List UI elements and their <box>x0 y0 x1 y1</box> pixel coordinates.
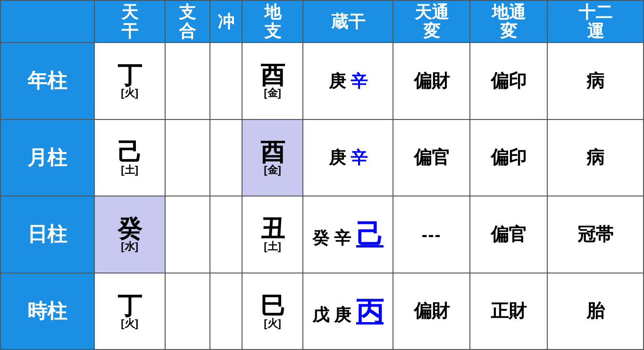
row-label-jizhu: 時柱 <box>0 273 94 350</box>
shier-jizhu: 胎 <box>547 273 644 350</box>
header-ttb: 天通 変 <box>393 0 470 43</box>
row-nenzhu: 年柱 丁 [火] 酉 [金] 庚 辛 偏財 偏印 病 <box>0 43 644 119</box>
zhihe-nichizhu <box>165 196 210 273</box>
canggan-nichizhu: 癸 辛 己 <box>303 196 393 273</box>
tiangan-nichizhu: 癸 [水] <box>94 196 165 273</box>
header-canggan: 蔵干 <box>303 0 393 43</box>
tiangan-jizhu: 丁 [火] <box>94 273 165 350</box>
row-nichizhu: 日柱 癸 [水] 丑 [土] 癸 辛 己 --- 偏官 <box>0 196 644 273</box>
ttb-nenzhu: 偏財 <box>393 43 470 119</box>
header-row: 天 干 支 合 冲 地 支 蔵干 天通 変 地通 <box>0 0 644 43</box>
shier-nichizhu: 冠帯 <box>547 196 644 273</box>
canggan-nenzhu: 庚 辛 <box>303 43 393 119</box>
row-label-nenzhu: 年柱 <box>0 43 94 119</box>
chong-nenzhu <box>210 43 242 119</box>
row-jizhu: 時柱 丁 [火] 巳 [火] 戊 庚 丙 偏財 正財 胎 <box>0 273 644 350</box>
row-label-getsuzhu: 月柱 <box>0 120 94 196</box>
header-dizhi: 地 支 <box>242 0 303 43</box>
tiangan-nenzhu: 丁 [火] <box>94 43 165 119</box>
header-dtb: 地通 変 <box>470 0 547 43</box>
ttb-getsuzhu: 偏官 <box>393 120 470 196</box>
zhihe-nenzhu <box>165 43 210 119</box>
shier-getsuzhu: 病 <box>547 120 644 196</box>
header-chong: 冲 <box>210 0 242 43</box>
ttb-nichizhu: --- <box>393 196 470 273</box>
header-shier: 十二 運 <box>547 0 644 43</box>
chong-getsuzhu <box>210 120 242 196</box>
tiangan-getsuzhu: 己 [土] <box>94 120 165 196</box>
dizhi-nichizhu: 丑 [土] <box>242 196 303 273</box>
dtb-getsuzhu: 偏印 <box>470 120 547 196</box>
dtb-jizhu: 正財 <box>470 273 547 350</box>
chong-jizhu <box>210 273 242 350</box>
header-tiangan: 天 干 <box>94 0 165 43</box>
row-label-nichizhu: 日柱 <box>0 196 94 273</box>
dtb-nichizhu: 偏官 <box>470 196 547 273</box>
dtb-nenzhu: 偏印 <box>470 43 547 119</box>
chong-nichizhu <box>210 196 242 273</box>
dizhi-nenzhu: 酉 [金] <box>242 43 303 119</box>
dizhi-getsuzhu: 酉 [金] <box>242 120 303 196</box>
shier-nenzhu: 病 <box>547 43 644 119</box>
header-label <box>0 0 94 43</box>
zhihe-jizhu <box>165 273 210 350</box>
zhihe-getsuzhu <box>165 120 210 196</box>
main-table: 天 干 支 合 冲 地 支 蔵干 天通 変 地通 <box>0 0 644 350</box>
canggan-jizhu: 戊 庚 丙 <box>303 273 393 350</box>
main-container: 天 干 支 合 冲 地 支 蔵干 天通 変 地通 <box>0 0 644 350</box>
dizhi-jizhu: 巳 [火] <box>242 273 303 350</box>
canggan-getsuzhu: 庚 辛 <box>303 120 393 196</box>
ttb-jizhu: 偏財 <box>393 273 470 350</box>
header-zhihe: 支 合 <box>165 0 210 43</box>
row-getsuzhu: 月柱 己 [土] 酉 [金] 庚 辛 偏官 偏印 病 <box>0 120 644 196</box>
